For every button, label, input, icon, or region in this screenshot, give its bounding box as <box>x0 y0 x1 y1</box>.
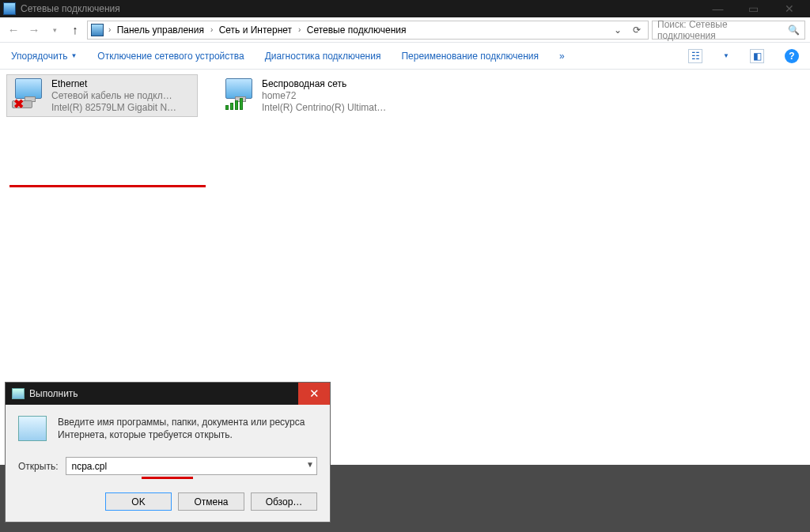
run-app-icon <box>12 388 25 399</box>
diagnose-button[interactable]: Диагностика подключения <box>265 51 381 62</box>
command-bar: Упорядочить▼ Отключение сетевого устройс… <box>0 43 810 70</box>
search-icon: 🔍 <box>788 25 800 36</box>
ok-button[interactable]: OK <box>105 492 172 511</box>
breadcrumb-item[interactable]: › Панель управления <box>107 25 206 36</box>
address-dropdown-icon[interactable]: ⌄ <box>610 25 626 36</box>
maximize-button[interactable]: ▭ <box>736 1 771 17</box>
back-button[interactable]: ← <box>5 21 22 39</box>
annotation-underline <box>142 477 193 479</box>
connection-adapter: Intel(R) 82579LM Gigabit N… <box>51 102 176 113</box>
app-icon <box>3 2 16 15</box>
run-dialog: Выполнить ✕ Введите имя программы, папки… <box>5 382 331 523</box>
breadcrumb-item[interactable]: › Сеть и Интернет <box>209 25 293 36</box>
up-button[interactable]: ↑ <box>66 21 84 39</box>
view-options-icon[interactable]: ☷ <box>688 49 702 63</box>
forward-button[interactable]: → <box>25 21 43 39</box>
input-dropdown-icon[interactable]: ▼ <box>306 460 314 469</box>
connection-title: Ethernet <box>51 78 176 89</box>
browse-button[interactable]: Обзор… <box>251 492 317 511</box>
organize-button[interactable]: Упорядочить▼ <box>11 51 77 62</box>
connection-item-ethernet[interactable]: ✖ Ethernet Сетевой кабель не подкл… Inte… <box>6 74 198 117</box>
open-label: Открыть: <box>18 461 58 472</box>
window-titlebar: Сетевые подключения — ▭ ✕ <box>0 0 810 17</box>
cancel-button[interactable]: Отмена <box>178 492 244 511</box>
location-icon <box>91 24 104 36</box>
run-close-button[interactable]: ✕ <box>298 383 330 405</box>
wifi-icon <box>222 78 255 111</box>
run-description: Введите имя программы, папки, документа … <box>58 416 317 441</box>
minimize-button[interactable]: — <box>700 1 736 17</box>
search-placeholder: Поиск: Сетевые подключения <box>657 19 788 41</box>
signal-bars-icon <box>225 98 243 110</box>
window-title: Сетевые подключения <box>21 3 120 14</box>
connection-status: home72 <box>262 90 386 101</box>
view-dropdown-icon[interactable]: ▼ <box>723 52 729 59</box>
annotation-underline <box>9 185 206 187</box>
disconnected-icon: ✖ <box>13 96 24 111</box>
recent-dropdown[interactable]: ▾ <box>46 21 63 39</box>
connection-title: Беспроводная сеть <box>262 78 386 89</box>
disable-device-button[interactable]: Отключение сетевого устройства <box>97 51 244 62</box>
run-dialog-titlebar[interactable]: Выполнить <box>6 383 330 405</box>
run-dialog-title: Выполнить <box>29 388 78 399</box>
close-button[interactable]: ✕ <box>771 1 807 17</box>
more-commands[interactable]: » <box>559 51 565 62</box>
connection-adapter: Intel(R) Centrino(R) Ultimat… <box>262 102 386 113</box>
run-program-icon <box>18 416 47 441</box>
rename-button[interactable]: Переименование подключения <box>401 51 539 62</box>
breadcrumb-item[interactable]: › Сетевые подключения <box>297 25 407 36</box>
help-icon[interactable]: ? <box>785 49 799 63</box>
ethernet-icon: ✖ <box>12 78 45 111</box>
open-input[interactable] <box>66 457 317 475</box>
address-bar[interactable]: › Панель управления › Сеть и Интернет › … <box>87 21 649 40</box>
connection-status: Сетевой кабель не подкл… <box>51 90 176 101</box>
connection-item-wifi[interactable]: Беспроводная сеть home72 Intel(R) Centri… <box>217 74 408 117</box>
refresh-icon[interactable]: ⟳ <box>629 25 645 36</box>
preview-pane-icon[interactable]: ◧ <box>750 49 764 63</box>
search-input[interactable]: Поиск: Сетевые подключения 🔍 <box>652 21 805 40</box>
navigation-bar: ← → ▾ ↑ › Панель управления › Сеть и Инт… <box>0 17 810 43</box>
